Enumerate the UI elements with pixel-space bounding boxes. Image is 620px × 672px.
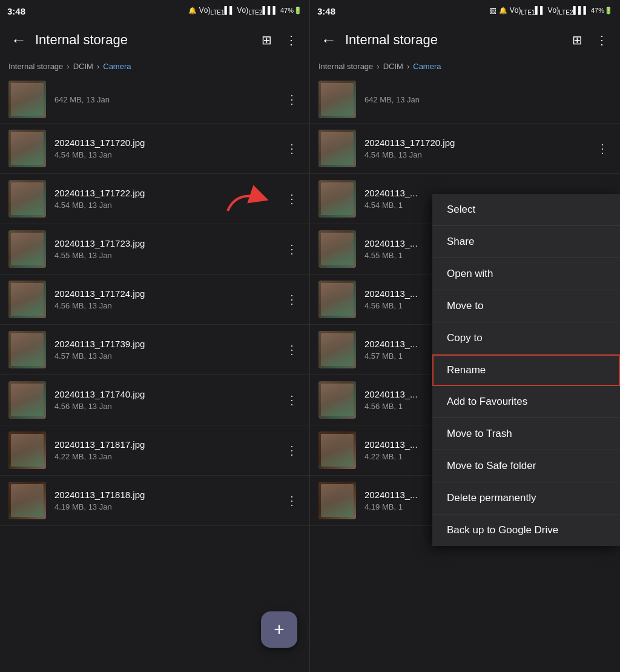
left-breadcrumb: Internal storage › DCIM › Camera xyxy=(0,58,309,76)
left-thumb-partial xyxy=(8,81,46,118)
left-panel: 3:48 🔔 Vо)LTE1▌▌ Vо)LTE2▌▌▌ 47%🔋 ← Inter… xyxy=(0,0,310,672)
left-file-item-5: 20240113_171740.jpg 4.56 MB, 13 Jan ⋮ xyxy=(0,375,309,425)
left-file-name-4: 20240113_171739.jpg xyxy=(54,339,274,349)
left-file-info-7: 20240113_171818.jpg 4.19 MB, 13 Jan xyxy=(54,490,274,511)
left-file-menu-partial[interactable]: ⋮ xyxy=(282,87,301,111)
right-battery-icon: 47%🔋 xyxy=(591,7,613,15)
left-file-meta-5: 4.56 MB, 13 Jan xyxy=(54,402,274,411)
left-file-menu-4[interactable]: ⋮ xyxy=(282,338,301,362)
right-thumb-2 xyxy=(318,230,356,268)
right-thumb-7 xyxy=(318,482,356,519)
left-back-button[interactable]: ← xyxy=(8,28,29,52)
left-breadcrumb-dcim[interactable]: DCIM xyxy=(73,62,93,71)
left-thumb-7 xyxy=(8,482,46,519)
left-partial-meta: 642 MB, 13 Jan xyxy=(54,95,274,104)
left-file-info-2: 20240113_171723.jpg 4.55 MB, 13 Jan xyxy=(54,238,274,260)
right-more-options-button[interactable]: ⋮ xyxy=(592,29,612,51)
context-menu-open-with[interactable]: Open with xyxy=(432,258,620,290)
left-thumb-2 xyxy=(8,230,46,268)
left-more-options-button[interactable]: ⋮ xyxy=(282,29,301,51)
left-file-meta-3: 4.56 MB, 13 Jan xyxy=(54,301,274,310)
left-file-meta-4: 4.57 MB, 13 Jan xyxy=(54,351,274,361)
signal2-icon: Vо)LTE2▌▌▌ xyxy=(237,6,278,16)
context-menu-copy-to[interactable]: Copy to xyxy=(432,322,620,354)
right-file-info-partial: 642 MB, 13 Jan xyxy=(364,95,612,104)
right-photo-icon: 🖼 xyxy=(490,7,496,15)
left-file-menu-2[interactable]: ⋮ xyxy=(282,237,301,261)
left-fab-add-button[interactable]: + xyxy=(261,611,297,648)
left-file-meta-0: 4.54 MB, 13 Jan xyxy=(54,150,274,159)
left-file-item-4: 20240113_171739.jpg 4.57 MB, 13 Jan ⋮ xyxy=(0,325,309,375)
context-menu-select[interactable]: Select xyxy=(432,194,620,226)
left-thumb-5 xyxy=(8,381,46,419)
right-panel: 3:48 🖼 🔔 Vо)LTE1▌▌ Vо)LTE2▌▌▌ 47%🔋 ← Int… xyxy=(310,0,620,672)
context-menu-add-favourites[interactable]: Add to Favourites xyxy=(432,386,620,418)
left-breadcrumb-camera[interactable]: Camera xyxy=(103,62,131,71)
right-back-button[interactable]: ← xyxy=(318,28,339,52)
right-alarm-icon: 🔔 xyxy=(499,7,507,15)
right-grid-view-button[interactable]: ⊞ xyxy=(569,29,586,51)
right-breadcrumb-sep2: › xyxy=(407,62,409,71)
left-file-menu-5[interactable]: ⋮ xyxy=(282,388,301,412)
left-file-name-3: 20240113_171724.jpg xyxy=(54,288,274,299)
right-breadcrumb-storage[interactable]: Internal storage xyxy=(318,62,373,71)
left-file-item-0: 20240113_171720.jpg 4.54 MB, 13 Jan ⋮ xyxy=(0,124,309,174)
left-file-info-partial: 642 MB, 13 Jan xyxy=(54,95,274,104)
right-page-title: Internal storage xyxy=(345,32,562,48)
left-file-info-3: 20240113_171724.jpg 4.56 MB, 13 Jan xyxy=(54,288,274,310)
right-breadcrumb-dcim[interactable]: DCIM xyxy=(383,62,403,71)
left-status-bar: 3:48 🔔 Vо)LTE1▌▌ Vо)LTE2▌▌▌ 47%🔋 xyxy=(0,0,309,22)
left-file-item-1: 20240113_171722.jpg 4.54 MB, 13 Jan ⋮ xyxy=(0,174,309,224)
left-file-meta-7: 4.19 MB, 13 Jan xyxy=(54,502,274,511)
left-file-menu-3[interactable]: ⋮ xyxy=(282,287,301,311)
left-file-menu-7[interactable]: ⋮ xyxy=(282,488,301,513)
right-file-menu-0[interactable]: ⋮ xyxy=(593,136,612,161)
left-file-menu-6[interactable]: ⋮ xyxy=(282,438,301,462)
left-file-name-0: 20240113_171720.jpg xyxy=(54,138,274,148)
battery-icon: 47%🔋 xyxy=(280,7,302,15)
left-thumb-6 xyxy=(8,431,46,469)
context-menu-backup-drive[interactable]: Back up to Google Drive xyxy=(432,514,620,546)
context-menu-move-safe[interactable]: Move to Safe folder xyxy=(432,450,620,482)
context-menu-share[interactable]: Share xyxy=(432,226,620,258)
right-partial-meta: 642 MB, 13 Jan xyxy=(364,95,612,104)
left-top-bar: ← Internal storage ⊞ ⋮ xyxy=(0,22,309,58)
context-menu-move-to[interactable]: Move to xyxy=(432,290,620,322)
left-breadcrumb-sep2: › xyxy=(97,62,99,71)
right-thumb-4 xyxy=(318,331,356,368)
left-file-item-7: 20240113_171818.jpg 4.19 MB, 13 Jan ⋮ xyxy=(0,476,309,526)
left-file-meta-1: 4.54 MB, 13 Jan xyxy=(54,201,274,210)
left-file-info-0: 20240113_171720.jpg 4.54 MB, 13 Jan xyxy=(54,138,274,159)
left-file-meta-2: 4.55 MB, 13 Jan xyxy=(54,251,274,260)
left-file-name-7: 20240113_171818.jpg xyxy=(54,490,274,500)
context-menu-delete[interactable]: Delete permanently xyxy=(432,482,620,514)
left-file-info-4: 20240113_171739.jpg 4.57 MB, 13 Jan xyxy=(54,339,274,361)
context-menu-move-trash[interactable]: Move to Trash xyxy=(432,418,620,450)
left-file-menu-0[interactable]: ⋮ xyxy=(282,136,301,161)
left-file-list: 642 MB, 13 Jan ⋮ 20240113_171720.jpg 4.5… xyxy=(0,76,309,672)
right-status-icons: 🖼 🔔 Vо)LTE1▌▌ Vо)LTE2▌▌▌ 47%🔋 xyxy=(490,6,613,16)
left-file-item-partial: 642 MB, 13 Jan ⋮ xyxy=(0,76,309,124)
left-file-meta-6: 4.22 MB, 13 Jan xyxy=(54,452,274,461)
right-status-time: 3:48 xyxy=(317,6,335,16)
left-grid-view-button[interactable]: ⊞ xyxy=(258,29,275,51)
left-thumb-0 xyxy=(8,130,46,167)
left-file-name-1: 20240113_171722.jpg xyxy=(54,188,274,198)
left-file-name-5: 20240113_171740.jpg xyxy=(54,389,274,399)
right-signal-icon: Vо)LTE1▌▌ xyxy=(510,6,546,16)
right-file-name-0: 20240113_171720.jpg xyxy=(364,138,584,148)
right-breadcrumb-camera[interactable]: Camera xyxy=(413,62,441,71)
left-file-menu-1[interactable]: ⋮ xyxy=(282,187,301,211)
left-status-icons: 🔔 Vо)LTE1▌▌ Vо)LTE2▌▌▌ 47%🔋 xyxy=(188,6,302,16)
context-menu-rename[interactable]: Rename xyxy=(432,354,620,386)
right-signal2-icon: Vо)LTE2▌▌▌ xyxy=(548,6,589,16)
left-file-info-5: 20240113_171740.jpg 4.56 MB, 13 Jan xyxy=(54,389,274,411)
right-thumb-5 xyxy=(318,381,356,419)
right-thumb-partial xyxy=(318,81,356,118)
left-file-name-6: 20240113_171817.jpg xyxy=(54,439,274,450)
left-file-item-2: 20240113_171723.jpg 4.55 MB, 13 Jan ⋮ xyxy=(0,224,309,274)
signal-icon: Vо)LTE1▌▌ xyxy=(199,6,235,16)
context-menu: Select Share Open with Move to Copy to R… xyxy=(432,194,620,546)
left-breadcrumb-storage[interactable]: Internal storage xyxy=(8,62,63,71)
left-thumb-3 xyxy=(8,281,46,318)
